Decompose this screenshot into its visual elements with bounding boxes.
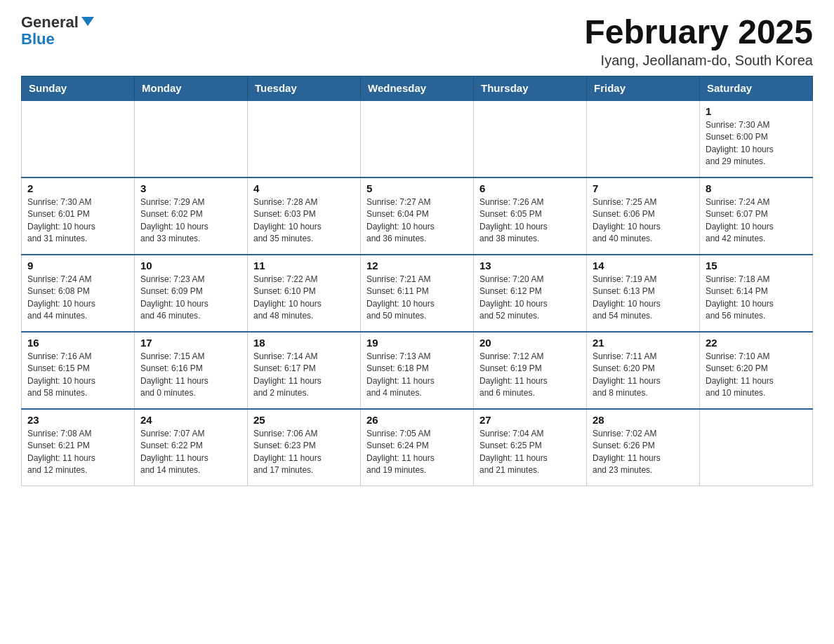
calendar-cell bbox=[700, 409, 813, 486]
day-info: Sunrise: 7:22 AM Sunset: 6:10 PM Dayligh… bbox=[253, 274, 355, 323]
calendar-cell: 17Sunrise: 7:15 AM Sunset: 6:16 PM Dayli… bbox=[135, 332, 248, 409]
day-info: Sunrise: 7:24 AM Sunset: 6:08 PM Dayligh… bbox=[27, 274, 128, 323]
calendar-cell: 2Sunrise: 7:30 AM Sunset: 6:01 PM Daylig… bbox=[22, 177, 135, 255]
calendar-cell: 26Sunrise: 7:05 AM Sunset: 6:24 PM Dayli… bbox=[361, 409, 474, 486]
weekday-header-monday: Monday bbox=[135, 76, 248, 100]
day-number: 14 bbox=[593, 260, 694, 271]
calendar-cell: 6Sunrise: 7:26 AM Sunset: 6:05 PM Daylig… bbox=[474, 177, 587, 255]
calendar-cell: 9Sunrise: 7:24 AM Sunset: 6:08 PM Daylig… bbox=[22, 255, 135, 332]
day-info: Sunrise: 7:26 AM Sunset: 6:05 PM Dayligh… bbox=[479, 196, 581, 246]
day-number: 10 bbox=[140, 260, 241, 271]
calendar-cell: 4Sunrise: 7:28 AM Sunset: 6:03 PM Daylig… bbox=[248, 177, 361, 255]
logo-triangle-icon bbox=[81, 17, 94, 26]
day-info: Sunrise: 7:07 AM Sunset: 6:22 PM Dayligh… bbox=[140, 428, 241, 477]
calendar-cell: 25Sunrise: 7:06 AM Sunset: 6:23 PM Dayli… bbox=[248, 409, 361, 486]
day-number: 5 bbox=[366, 182, 468, 194]
calendar-cell: 16Sunrise: 7:16 AM Sunset: 6:15 PM Dayli… bbox=[22, 332, 135, 409]
day-info: Sunrise: 7:21 AM Sunset: 6:11 PM Dayligh… bbox=[366, 274, 468, 323]
day-number: 16 bbox=[27, 337, 128, 349]
calendar-cell: 10Sunrise: 7:23 AM Sunset: 6:09 PM Dayli… bbox=[135, 255, 248, 332]
day-number: 18 bbox=[253, 337, 355, 349]
weekday-header-friday: Friday bbox=[587, 76, 700, 100]
calendar-week-row: 1Sunrise: 7:30 AM Sunset: 6:00 PM Daylig… bbox=[22, 100, 813, 177]
day-number: 4 bbox=[253, 182, 355, 194]
day-number: 1 bbox=[706, 105, 807, 117]
calendar-cell: 15Sunrise: 7:18 AM Sunset: 6:14 PM Dayli… bbox=[700, 255, 813, 332]
day-number: 8 bbox=[706, 182, 807, 194]
calendar-cell: 23Sunrise: 7:08 AM Sunset: 6:21 PM Dayli… bbox=[22, 409, 135, 486]
page-header: General Blue February 2025 Iyang, Jeolla… bbox=[21, 14, 813, 69]
day-info: Sunrise: 7:04 AM Sunset: 6:25 PM Dayligh… bbox=[479, 428, 581, 477]
calendar-cell: 22Sunrise: 7:10 AM Sunset: 6:20 PM Dayli… bbox=[700, 332, 813, 409]
calendar-cell bbox=[587, 100, 700, 177]
calendar-cell: 20Sunrise: 7:12 AM Sunset: 6:19 PM Dayli… bbox=[474, 332, 587, 409]
calendar-cell: 28Sunrise: 7:02 AM Sunset: 6:26 PM Dayli… bbox=[587, 409, 700, 486]
day-number: 15 bbox=[706, 260, 807, 271]
calendar-table: SundayMondayTuesdayWednesdayThursdayFrid… bbox=[21, 76, 813, 487]
calendar-cell: 13Sunrise: 7:20 AM Sunset: 6:12 PM Dayli… bbox=[474, 255, 587, 332]
day-info: Sunrise: 7:30 AM Sunset: 6:00 PM Dayligh… bbox=[706, 119, 807, 168]
day-number: 22 bbox=[706, 337, 807, 349]
calendar-subtitle: Iyang, Jeollanam-do, South Korea bbox=[584, 53, 813, 69]
weekday-header-wednesday: Wednesday bbox=[361, 76, 474, 100]
day-info: Sunrise: 7:08 AM Sunset: 6:21 PM Dayligh… bbox=[27, 428, 128, 477]
calendar-cell: 11Sunrise: 7:22 AM Sunset: 6:10 PM Dayli… bbox=[248, 255, 361, 332]
calendar-header: SundayMondayTuesdayWednesdayThursdayFrid… bbox=[22, 76, 813, 100]
day-info: Sunrise: 7:23 AM Sunset: 6:09 PM Dayligh… bbox=[140, 274, 241, 323]
logo: General Blue bbox=[21, 14, 94, 48]
day-info: Sunrise: 7:20 AM Sunset: 6:12 PM Dayligh… bbox=[479, 274, 581, 323]
calendar-cell: 27Sunrise: 7:04 AM Sunset: 6:25 PM Dayli… bbox=[474, 409, 587, 486]
day-number: 23 bbox=[27, 414, 128, 426]
day-info: Sunrise: 7:27 AM Sunset: 6:04 PM Dayligh… bbox=[366, 196, 468, 246]
calendar-cell: 21Sunrise: 7:11 AM Sunset: 6:20 PM Dayli… bbox=[587, 332, 700, 409]
day-info: Sunrise: 7:05 AM Sunset: 6:24 PM Dayligh… bbox=[366, 428, 468, 477]
calendar-cell bbox=[135, 100, 248, 177]
day-info: Sunrise: 7:24 AM Sunset: 6:07 PM Dayligh… bbox=[706, 196, 807, 246]
day-number: 12 bbox=[366, 260, 468, 271]
day-info: Sunrise: 7:12 AM Sunset: 6:19 PM Dayligh… bbox=[479, 351, 581, 400]
day-number: 9 bbox=[27, 260, 128, 271]
day-info: Sunrise: 7:25 AM Sunset: 6:06 PM Dayligh… bbox=[593, 196, 694, 246]
weekday-header-thursday: Thursday bbox=[474, 76, 587, 100]
day-number: 11 bbox=[253, 260, 355, 271]
calendar-week-row: 2Sunrise: 7:30 AM Sunset: 6:01 PM Daylig… bbox=[22, 177, 813, 255]
calendar-cell bbox=[474, 100, 587, 177]
calendar-cell: 7Sunrise: 7:25 AM Sunset: 6:06 PM Daylig… bbox=[587, 177, 700, 255]
day-info: Sunrise: 7:18 AM Sunset: 6:14 PM Dayligh… bbox=[706, 274, 807, 323]
day-info: Sunrise: 7:30 AM Sunset: 6:01 PM Dayligh… bbox=[27, 196, 128, 246]
calendar-cell bbox=[248, 100, 361, 177]
logo-blue-text: Blue bbox=[21, 31, 94, 48]
day-number: 21 bbox=[593, 337, 694, 349]
calendar-cell: 5Sunrise: 7:27 AM Sunset: 6:04 PM Daylig… bbox=[361, 177, 474, 255]
calendar-week-row: 16Sunrise: 7:16 AM Sunset: 6:15 PM Dayli… bbox=[22, 332, 813, 409]
calendar-cell: 3Sunrise: 7:29 AM Sunset: 6:02 PM Daylig… bbox=[135, 177, 248, 255]
title-block: February 2025 Iyang, Jeollanam-do, South… bbox=[584, 14, 813, 69]
day-info: Sunrise: 7:14 AM Sunset: 6:17 PM Dayligh… bbox=[253, 351, 355, 400]
calendar-week-row: 9Sunrise: 7:24 AM Sunset: 6:08 PM Daylig… bbox=[22, 255, 813, 332]
calendar-cell: 18Sunrise: 7:14 AM Sunset: 6:17 PM Dayli… bbox=[248, 332, 361, 409]
day-info: Sunrise: 7:10 AM Sunset: 6:20 PM Dayligh… bbox=[706, 351, 807, 400]
day-info: Sunrise: 7:11 AM Sunset: 6:20 PM Dayligh… bbox=[593, 351, 694, 400]
day-number: 7 bbox=[593, 182, 694, 194]
day-info: Sunrise: 7:28 AM Sunset: 6:03 PM Dayligh… bbox=[253, 196, 355, 246]
calendar-cell: 1Sunrise: 7:30 AM Sunset: 6:00 PM Daylig… bbox=[700, 100, 813, 177]
day-info: Sunrise: 7:02 AM Sunset: 6:26 PM Dayligh… bbox=[593, 428, 694, 477]
day-number: 27 bbox=[479, 414, 581, 426]
day-number: 6 bbox=[479, 182, 581, 194]
calendar-cell: 24Sunrise: 7:07 AM Sunset: 6:22 PM Dayli… bbox=[135, 409, 248, 486]
calendar-cell: 14Sunrise: 7:19 AM Sunset: 6:13 PM Dayli… bbox=[587, 255, 700, 332]
day-info: Sunrise: 7:15 AM Sunset: 6:16 PM Dayligh… bbox=[140, 351, 241, 400]
day-number: 3 bbox=[140, 182, 241, 194]
calendar-cell bbox=[361, 100, 474, 177]
calendar-body: 1Sunrise: 7:30 AM Sunset: 6:00 PM Daylig… bbox=[22, 100, 813, 486]
calendar-cell bbox=[22, 100, 135, 177]
day-number: 2 bbox=[27, 182, 128, 194]
day-number: 28 bbox=[593, 414, 694, 426]
day-number: 13 bbox=[479, 260, 581, 271]
day-info: Sunrise: 7:16 AM Sunset: 6:15 PM Dayligh… bbox=[27, 351, 128, 400]
day-info: Sunrise: 7:06 AM Sunset: 6:23 PM Dayligh… bbox=[253, 428, 355, 477]
calendar-week-row: 23Sunrise: 7:08 AM Sunset: 6:21 PM Dayli… bbox=[22, 409, 813, 486]
day-info: Sunrise: 7:13 AM Sunset: 6:18 PM Dayligh… bbox=[366, 351, 468, 400]
calendar-cell: 12Sunrise: 7:21 AM Sunset: 6:11 PM Dayli… bbox=[361, 255, 474, 332]
weekday-header-row: SundayMondayTuesdayWednesdayThursdayFrid… bbox=[22, 76, 813, 100]
